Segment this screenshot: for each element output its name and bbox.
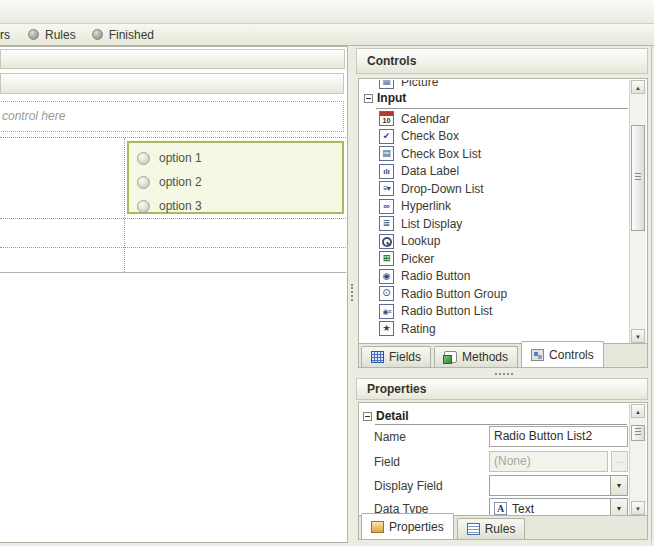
control-item-lookup[interactable]: Lookup bbox=[360, 233, 629, 250]
toolbar-item-partial[interactable]: rs bbox=[0, 28, 10, 42]
tab-label: Fields bbox=[389, 350, 421, 364]
toolbox-tab-fields[interactable]: Fields bbox=[361, 346, 431, 367]
controls-scrollbar[interactable]: ▲ ▼ bbox=[629, 80, 646, 343]
control-item-label: Check Box List bbox=[401, 147, 481, 161]
tab-label: Rules bbox=[485, 522, 516, 536]
toolbar-item-label: Rules bbox=[45, 28, 76, 42]
rules-icon bbox=[467, 523, 480, 535]
horizontal-splitter[interactable] bbox=[356, 370, 654, 378]
table-row-divider bbox=[0, 247, 346, 248]
radio-button-icon bbox=[137, 152, 150, 165]
controls-toolbox: Picture Input CalendarCheck BoxCheck Box… bbox=[358, 78, 648, 368]
control-item-check-box[interactable]: Check Box bbox=[360, 128, 629, 145]
list-display-icon bbox=[379, 216, 394, 231]
radio-option-label: option 3 bbox=[159, 199, 202, 213]
property-row-name: Name Radio Button List2 bbox=[359, 426, 647, 447]
drop-zone[interactable]: control here bbox=[0, 101, 344, 132]
control-item-radio-button[interactable]: Radio Button bbox=[360, 268, 629, 285]
top-strip bbox=[0, 0, 654, 24]
layout-table[interactable]: option 1option 2option 3 bbox=[0, 137, 346, 273]
controls-panel-header: Controls bbox=[356, 48, 648, 74]
tab-label: Properties bbox=[389, 520, 444, 534]
control-item-drop-down-list[interactable]: Drop-Down List bbox=[360, 180, 629, 197]
collapse-minus-icon[interactable] bbox=[363, 412, 372, 421]
tab-label: Methods bbox=[462, 350, 508, 364]
toolbar: rs Rules Finished bbox=[0, 24, 654, 46]
canvas-header-row-2[interactable] bbox=[0, 73, 344, 94]
fields-icon bbox=[371, 351, 384, 363]
selected-radio-button-list-control[interactable]: option 1option 2option 3 bbox=[127, 141, 344, 214]
toolbar-item-label: Finished bbox=[109, 28, 154, 42]
properties-tab-properties[interactable]: Properties bbox=[361, 513, 454, 539]
chevron-down-icon[interactable]: ▼ bbox=[610, 476, 627, 495]
calendar-icon bbox=[379, 111, 394, 126]
display-field-dropdown[interactable]: ▼ bbox=[489, 475, 628, 496]
radio-button-icon bbox=[137, 200, 150, 213]
scroll-down-icon[interactable]: ▼ bbox=[631, 501, 645, 515]
control-item-data-label[interactable]: Data Label bbox=[360, 163, 629, 180]
control-item-picker[interactable]: Picker bbox=[360, 250, 629, 267]
vertical-splitter[interactable] bbox=[348, 46, 356, 543]
toolbox-tab-controls[interactable]: Controls bbox=[521, 341, 604, 367]
drop-down-list-icon bbox=[379, 181, 394, 196]
collapse-minus-icon[interactable] bbox=[364, 94, 373, 103]
drop-zone-hint: control here bbox=[2, 109, 65, 123]
table-column-divider bbox=[124, 138, 125, 272]
table-row-divider bbox=[0, 218, 346, 219]
control-item-label: Picker bbox=[401, 252, 434, 266]
radio-option-label: option 1 bbox=[159, 151, 202, 165]
control-item-label: List Display bbox=[401, 217, 462, 231]
check-box-icon bbox=[379, 129, 394, 144]
control-item-hyperlink[interactable]: Hyperlink bbox=[360, 198, 629, 215]
control-item-radio-button-list[interactable]: Radio Button List bbox=[360, 303, 629, 320]
radio-button-list-icon bbox=[379, 304, 394, 319]
scroll-up-icon[interactable]: ▲ bbox=[631, 80, 645, 94]
properties-pane: Detail Name Radio Button List2 Field (No… bbox=[358, 402, 648, 540]
control-item-radio-button-group[interactable]: Radio Button Group bbox=[360, 285, 629, 302]
radio-button-group-icon bbox=[379, 286, 394, 301]
control-item-list-display[interactable]: List Display bbox=[360, 215, 629, 232]
control-item-check-box-list[interactable]: Check Box List bbox=[360, 145, 629, 162]
window-edge bbox=[651, 46, 652, 543]
control-item-label: Calendar bbox=[401, 112, 450, 126]
toolbox-tab-methods[interactable]: Methods bbox=[434, 346, 518, 367]
properties-icon bbox=[371, 521, 384, 533]
properties-tab-rules[interactable]: Rules bbox=[457, 518, 526, 539]
radio-button-icon bbox=[379, 269, 394, 284]
data-label-icon bbox=[379, 164, 394, 179]
controls-list: Picture Input CalendarCheck BoxCheck Box… bbox=[360, 80, 629, 343]
control-item-label: Radio Button Group bbox=[401, 287, 507, 301]
radio-option-row: option 3 bbox=[129, 194, 342, 218]
controls-panel-title: Controls bbox=[367, 54, 416, 68]
field-browse-button[interactable]: ... bbox=[611, 451, 628, 472]
canvas-header-row-1[interactable] bbox=[0, 49, 345, 69]
picker-icon bbox=[379, 251, 394, 266]
group-divider bbox=[376, 108, 628, 109]
toolbar-item-finished[interactable]: Finished bbox=[92, 28, 154, 42]
scroll-down-icon[interactable]: ▼ bbox=[631, 329, 645, 343]
control-item-picture-partial[interactable]: Picture bbox=[360, 80, 629, 90]
hyperlink-icon bbox=[379, 199, 394, 214]
scrollbar-thumb[interactable] bbox=[631, 125, 645, 231]
control-item-label: Data Label bbox=[401, 164, 459, 178]
methods-icon bbox=[444, 351, 457, 363]
control-item-rating[interactable]: Rating bbox=[360, 320, 629, 337]
picture-icon bbox=[379, 80, 394, 89]
status-sphere-icon bbox=[92, 29, 103, 40]
property-row-field: Field (None) ... bbox=[359, 451, 647, 472]
control-item-label: Drop-Down List bbox=[401, 182, 484, 196]
control-item-label: Check Box bbox=[401, 129, 459, 143]
properties-scrollbar[interactable]: ▲ ▼ bbox=[629, 404, 646, 515]
properties-tabstrip: PropertiesRules bbox=[359, 515, 647, 539]
control-item-label: Lookup bbox=[401, 234, 440, 248]
scrollbar-thumb[interactable] bbox=[631, 425, 645, 441]
control-item-calendar[interactable]: Calendar bbox=[360, 110, 629, 127]
text-type-icon: A bbox=[494, 502, 507, 515]
name-input[interactable]: Radio Button List2 bbox=[489, 426, 628, 447]
radio-button-icon bbox=[137, 176, 150, 189]
control-item-label: Hyperlink bbox=[401, 199, 451, 213]
property-row-display-field: Display Field ▼ bbox=[359, 475, 647, 496]
splitter-grip-icon bbox=[495, 373, 513, 375]
scroll-up-icon[interactable]: ▲ bbox=[631, 404, 645, 418]
toolbar-item-rules[interactable]: Rules bbox=[28, 28, 76, 42]
